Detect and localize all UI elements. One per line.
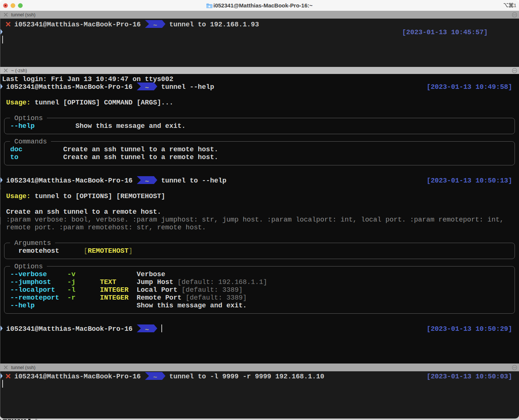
svg-text:1: 1 bbox=[514, 3, 516, 8]
